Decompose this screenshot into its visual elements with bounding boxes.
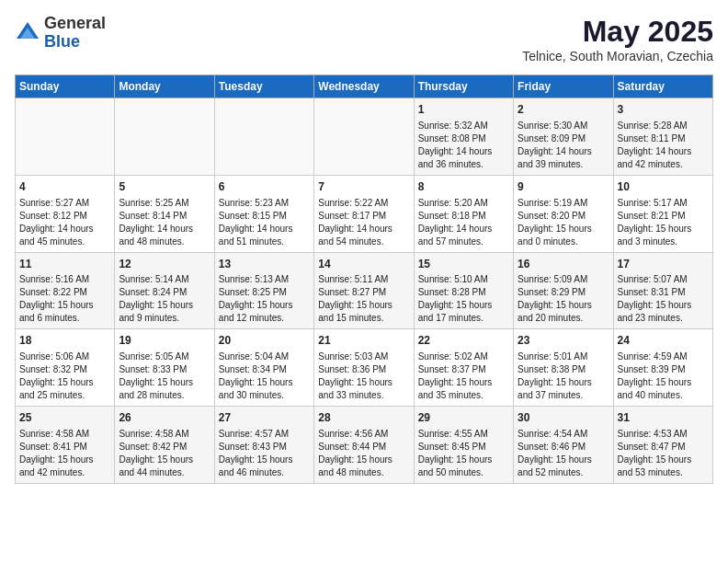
calendar-table: SundayMondayTuesdayWednesdayThursdayFrid… <box>15 75 713 484</box>
day-info: Sunrise: 5:09 AM Sunset: 8:29 PM Dayligh… <box>518 273 609 325</box>
day-number: 2 <box>518 102 609 118</box>
calendar-cell: 16Sunrise: 5:09 AM Sunset: 8:29 PM Dayli… <box>514 252 613 329</box>
day-number: 1 <box>418 102 509 118</box>
calendar-cell: 26Sunrise: 4:58 AM Sunset: 8:42 PM Dayli… <box>115 407 214 484</box>
day-info: Sunrise: 4:56 AM Sunset: 8:44 PM Dayligh… <box>318 428 409 479</box>
day-info: Sunrise: 5:07 AM Sunset: 8:31 PM Dayligh… <box>618 273 709 325</box>
day-info: Sunrise: 5:20 AM Sunset: 8:18 PM Dayligh… <box>418 197 509 248</box>
day-number: 4 <box>19 179 110 195</box>
day-info: Sunrise: 5:13 AM Sunset: 8:25 PM Dayligh… <box>219 273 310 325</box>
logo: General Blue <box>15 15 106 52</box>
day-number: 30 <box>518 410 609 426</box>
day-info: Sunrise: 5:25 AM Sunset: 8:14 PM Dayligh… <box>119 197 210 248</box>
day-info: Sunrise: 5:32 AM Sunset: 8:08 PM Dayligh… <box>418 120 509 171</box>
day-number: 5 <box>119 179 210 195</box>
day-info: Sunrise: 4:58 AM Sunset: 8:41 PM Dayligh… <box>19 428 110 479</box>
calendar-cell: 18Sunrise: 5:06 AM Sunset: 8:32 PM Dayli… <box>16 329 115 407</box>
calendar-cell <box>16 98 115 176</box>
day-number: 3 <box>618 102 709 118</box>
day-number: 10 <box>618 179 709 195</box>
day-number: 15 <box>418 257 509 272</box>
calendar-cell: 1Sunrise: 5:32 AM Sunset: 8:08 PM Daylig… <box>414 98 513 176</box>
day-info: Sunrise: 4:59 AM Sunset: 8:39 PM Dayligh… <box>618 350 709 402</box>
day-number: 11 <box>19 257 110 272</box>
calendar-cell: 27Sunrise: 4:57 AM Sunset: 8:43 PM Dayli… <box>214 407 313 484</box>
calendar-cell <box>314 98 414 176</box>
day-info: Sunrise: 4:55 AM Sunset: 8:45 PM Dayligh… <box>418 428 509 479</box>
day-of-week-header: Thursday <box>414 75 513 98</box>
calendar-week-row: 18Sunrise: 5:06 AM Sunset: 8:32 PM Dayli… <box>16 329 713 407</box>
calendar-cell: 30Sunrise: 4:54 AM Sunset: 8:46 PM Dayli… <box>514 407 613 484</box>
day-info: Sunrise: 5:22 AM Sunset: 8:17 PM Dayligh… <box>318 197 409 248</box>
calendar-cell: 6Sunrise: 5:23 AM Sunset: 8:15 PM Daylig… <box>214 175 313 252</box>
calendar-cell: 3Sunrise: 5:28 AM Sunset: 8:11 PM Daylig… <box>613 98 712 176</box>
calendar-title: May 2025 <box>522 15 713 49</box>
calendar-cell: 8Sunrise: 5:20 AM Sunset: 8:18 PM Daylig… <box>414 175 513 252</box>
calendar-subtitle: Telnice, South Moravian, Czechia <box>522 49 713 63</box>
day-info: Sunrise: 5:01 AM Sunset: 8:38 PM Dayligh… <box>518 350 609 402</box>
calendar-body: 1Sunrise: 5:32 AM Sunset: 8:08 PM Daylig… <box>16 98 713 484</box>
day-info: Sunrise: 5:06 AM Sunset: 8:32 PM Dayligh… <box>19 350 110 402</box>
day-number: 20 <box>219 333 310 349</box>
day-info: Sunrise: 5:16 AM Sunset: 8:22 PM Dayligh… <box>19 273 110 325</box>
day-of-week-header: Sunday <box>16 75 115 98</box>
day-number: 26 <box>119 410 210 426</box>
calendar-cell: 31Sunrise: 4:53 AM Sunset: 8:47 PM Dayli… <box>613 407 712 484</box>
calendar-cell: 20Sunrise: 5:04 AM Sunset: 8:34 PM Dayli… <box>214 329 313 407</box>
calendar-cell <box>214 98 313 176</box>
day-number: 21 <box>318 333 409 349</box>
calendar-cell: 7Sunrise: 5:22 AM Sunset: 8:17 PM Daylig… <box>314 175 414 252</box>
day-info: Sunrise: 4:58 AM Sunset: 8:42 PM Dayligh… <box>119 428 210 479</box>
day-of-week-header: Monday <box>115 75 214 98</box>
calendar-cell: 11Sunrise: 5:16 AM Sunset: 8:22 PM Dayli… <box>16 252 115 329</box>
calendar-cell: 4Sunrise: 5:27 AM Sunset: 8:12 PM Daylig… <box>16 175 115 252</box>
day-info: Sunrise: 5:23 AM Sunset: 8:15 PM Dayligh… <box>219 197 310 248</box>
day-number: 29 <box>418 410 509 426</box>
day-info: Sunrise: 5:14 AM Sunset: 8:24 PM Dayligh… <box>119 273 210 325</box>
day-info: Sunrise: 5:28 AM Sunset: 8:11 PM Dayligh… <box>618 120 709 171</box>
calendar-week-row: 4Sunrise: 5:27 AM Sunset: 8:12 PM Daylig… <box>16 175 713 252</box>
day-number: 14 <box>318 257 409 272</box>
day-number: 17 <box>618 257 709 272</box>
day-of-week-header: Saturday <box>613 75 712 98</box>
day-number: 24 <box>618 333 709 349</box>
day-info: Sunrise: 5:10 AM Sunset: 8:28 PM Dayligh… <box>418 273 509 325</box>
day-number: 13 <box>219 257 310 272</box>
page-header: General Blue May 2025 Telnice, South Mor… <box>15 15 713 63</box>
day-number: 16 <box>518 257 609 272</box>
day-info: Sunrise: 5:11 AM Sunset: 8:27 PM Dayligh… <box>318 273 409 325</box>
day-info: Sunrise: 4:57 AM Sunset: 8:43 PM Dayligh… <box>219 428 310 479</box>
calendar-cell: 17Sunrise: 5:07 AM Sunset: 8:31 PM Dayli… <box>613 252 712 329</box>
day-info: Sunrise: 4:54 AM Sunset: 8:46 PM Dayligh… <box>518 428 609 479</box>
logo-icon <box>15 20 40 46</box>
day-number: 12 <box>119 257 210 272</box>
day-number: 28 <box>318 410 409 426</box>
calendar-week-row: 11Sunrise: 5:16 AM Sunset: 8:22 PM Dayli… <box>16 252 713 329</box>
day-info: Sunrise: 5:19 AM Sunset: 8:20 PM Dayligh… <box>518 197 609 248</box>
day-number: 8 <box>418 179 509 195</box>
calendar-week-row: 25Sunrise: 4:58 AM Sunset: 8:41 PM Dayli… <box>16 407 713 484</box>
day-number: 23 <box>518 333 609 349</box>
day-info: Sunrise: 5:04 AM Sunset: 8:34 PM Dayligh… <box>219 350 310 402</box>
day-number: 25 <box>19 410 110 426</box>
day-number: 27 <box>219 410 310 426</box>
calendar-cell: 9Sunrise: 5:19 AM Sunset: 8:20 PM Daylig… <box>514 175 613 252</box>
day-info: Sunrise: 5:02 AM Sunset: 8:37 PM Dayligh… <box>418 350 509 402</box>
calendar-cell: 10Sunrise: 5:17 AM Sunset: 8:21 PM Dayli… <box>613 175 712 252</box>
calendar-cell: 28Sunrise: 4:56 AM Sunset: 8:44 PM Dayli… <box>314 407 414 484</box>
day-of-week-header: Friday <box>514 75 613 98</box>
day-header-row: SundayMondayTuesdayWednesdayThursdayFrid… <box>16 75 713 98</box>
day-info: Sunrise: 5:05 AM Sunset: 8:33 PM Dayligh… <box>119 350 210 402</box>
logo-blue-text: Blue <box>44 33 106 52</box>
day-number: 18 <box>19 333 110 349</box>
day-number: 6 <box>219 179 310 195</box>
day-number: 9 <box>518 179 609 195</box>
calendar-cell: 19Sunrise: 5:05 AM Sunset: 8:33 PM Dayli… <box>115 329 214 407</box>
calendar-cell: 29Sunrise: 4:55 AM Sunset: 8:45 PM Dayli… <box>414 407 513 484</box>
day-of-week-header: Tuesday <box>214 75 313 98</box>
day-info: Sunrise: 5:27 AM Sunset: 8:12 PM Dayligh… <box>19 197 110 248</box>
calendar-cell: 12Sunrise: 5:14 AM Sunset: 8:24 PM Dayli… <box>115 252 214 329</box>
logo-general-text: General <box>44 15 106 33</box>
day-number: 31 <box>618 410 709 426</box>
calendar-cell: 22Sunrise: 5:02 AM Sunset: 8:37 PM Dayli… <box>414 329 513 407</box>
